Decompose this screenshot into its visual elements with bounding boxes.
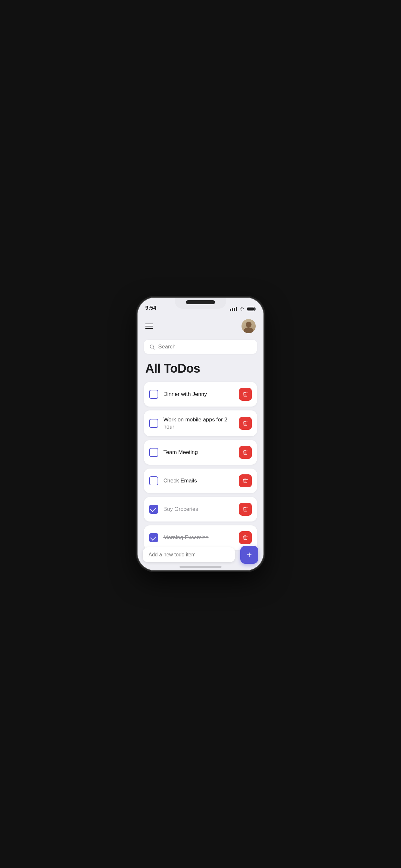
todo-text-5: Buy Groceries <box>163 506 234 513</box>
todo-item-4: Check Emails <box>144 469 257 493</box>
add-input-wrap[interactable] <box>143 547 235 562</box>
add-todo-input[interactable] <box>149 552 229 558</box>
trash-icon <box>243 535 248 540</box>
home-indicator <box>180 566 221 568</box>
hamburger-menu-button[interactable] <box>145 323 153 329</box>
todo-item-5: Buy Groceries <box>144 497 257 522</box>
svg-rect-1 <box>255 308 256 310</box>
todo-checkbox-6[interactable] <box>149 533 158 542</box>
phone-frame: 9:54 <box>137 298 264 570</box>
battery-icon <box>247 307 256 311</box>
trash-icon <box>243 450 248 455</box>
todo-delete-6[interactable] <box>239 531 252 544</box>
svg-rect-2 <box>247 308 254 311</box>
search-container <box>137 337 264 359</box>
trash-icon <box>243 506 248 512</box>
content-area: All ToDos Dinner with Jenny <box>137 298 264 570</box>
svg-line-4 <box>153 348 154 349</box>
header <box>137 314 264 337</box>
status-time: 9:54 <box>145 305 156 311</box>
search-icon <box>149 344 155 350</box>
todo-text-2: Work on mobile apps for 2 hour <box>163 416 234 430</box>
status-icons <box>230 307 256 311</box>
todo-text-3: Team Meeting <box>163 449 234 456</box>
signal-icon <box>230 307 237 311</box>
trash-icon <box>243 421 248 426</box>
todo-item-1: Dinner with Jenny <box>144 382 257 407</box>
todo-checkbox-1[interactable] <box>149 390 158 399</box>
todo-delete-4[interactable] <box>239 474 252 487</box>
todo-delete-1[interactable] <box>239 388 252 401</box>
todo-checkbox-5[interactable] <box>149 505 158 514</box>
trash-icon <box>243 478 248 484</box>
notch-pill <box>186 300 215 304</box>
add-todo-button[interactable]: + <box>240 546 258 564</box>
search-input[interactable] <box>158 344 252 350</box>
wifi-icon <box>239 307 245 311</box>
trash-icon <box>243 392 248 397</box>
todo-list: Dinner with Jenny Work on mobile apps fo… <box>137 382 264 550</box>
todo-checkbox-4[interactable] <box>149 476 158 485</box>
page-title: All ToDos <box>137 359 264 382</box>
todo-checkbox-3[interactable] <box>149 448 158 457</box>
plus-icon: + <box>247 550 252 559</box>
search-box[interactable] <box>144 340 257 354</box>
todo-text-4: Check Emails <box>163 477 234 485</box>
phone-notch <box>175 298 226 309</box>
screen: 9:54 <box>137 298 264 570</box>
todo-text-6: Morning Excercise <box>163 534 234 541</box>
todo-delete-5[interactable] <box>239 503 252 516</box>
todo-checkbox-2[interactable] <box>149 419 158 428</box>
todo-text-1: Dinner with Jenny <box>163 391 234 398</box>
todo-delete-3[interactable] <box>239 446 252 459</box>
todo-item-3: Team Meeting <box>144 440 257 465</box>
todo-delete-2[interactable] <box>239 417 252 430</box>
user-avatar[interactable] <box>242 319 256 333</box>
todo-item-2: Work on mobile apps for 2 hour <box>144 410 257 436</box>
